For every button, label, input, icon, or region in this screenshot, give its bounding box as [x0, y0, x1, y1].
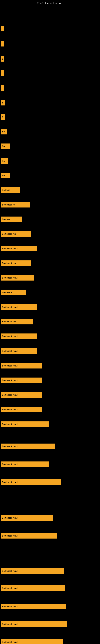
bar-label: Bottleneck result — [2, 350, 18, 352]
bottleneck-bar: Bottleneck result — [1, 515, 53, 521]
bar-item: Bottleneck re — [0, 202, 100, 208]
bottleneck-bar: Bottleneck result — [1, 568, 64, 574]
bar-item: Bottleneck result — [0, 585, 100, 592]
bottleneck-bar: Bottleneck result — [1, 246, 37, 251]
bar-label: Bot — [2, 174, 5, 177]
bottleneck-bar: Bottleneck result — [1, 585, 65, 591]
bar-label: B — [2, 58, 3, 60]
bottleneck-bar: Bottleneck result — [1, 639, 63, 644]
bar-label: Bottleneck result — [2, 481, 18, 484]
bar-label: Bottlenec — [2, 218, 11, 220]
bar-label: Bottleneck resu — [2, 320, 17, 323]
bar-item: Bottleneck result — [0, 462, 100, 468]
bottleneck-bar: Bottleneck result — [1, 480, 61, 485]
bar-item: Bottleneck result — [0, 621, 100, 628]
bar-label: Bottleneck result — [2, 445, 18, 448]
bar-item: B — [0, 56, 100, 62]
bar-item: Bottleneck result — [0, 348, 100, 354]
bar-label: Bottleneck result — [2, 463, 18, 466]
bar-label: Bottleneck result — [2, 606, 18, 608]
bar-item: Bottleneck result — [0, 304, 100, 311]
bar-item: Bottleneck result — [0, 407, 100, 413]
bar-item: Bo — [0, 129, 100, 135]
bar-item: Bottleneck res — [0, 231, 100, 238]
bar-item: Bottleneck resu — [0, 319, 100, 325]
bar-item: Bottleneck result — [0, 334, 100, 340]
bar-item: Bottleneck result — [0, 568, 100, 574]
bottleneck-bar: Bottleneck result — [1, 604, 66, 610]
bar-label: Bottleneck result — [2, 623, 18, 625]
bar-label: Bottleneck result — [2, 335, 18, 338]
bottleneck-bar — [1, 26, 3, 32]
bar-item — [0, 26, 100, 32]
bottleneck-bar: Bottleneck result — [1, 621, 67, 627]
bar-item: Bottleneck result — [0, 533, 100, 539]
bottleneck-bar: Bo — [1, 129, 7, 134]
bar-label: Bottleneck result — [2, 423, 18, 426]
bottleneck-bar: Bottleneck result — [1, 378, 42, 383]
bar-item: Bot — [0, 144, 100, 150]
bar-item — [0, 85, 100, 92]
bar-label: Bottleneck res — [2, 233, 16, 235]
bar-item: Bottleneck res — [0, 260, 100, 267]
bottleneck-bar — [1, 70, 3, 76]
bar-label: Bottlene — [2, 189, 10, 191]
bar-label: Bottleneck re — [2, 204, 15, 206]
bottleneck-bar: Bottleneck result — [1, 462, 49, 467]
bar-item: Bottleneck result — [0, 515, 100, 522]
bar-label: Bo — [2, 160, 4, 162]
bottleneck-bar: Bottleneck result — [1, 304, 37, 310]
bar-item: Bottleneck result — [0, 422, 100, 428]
bar-item: Bottlene — [0, 187, 100, 194]
bar-item: Bottleneck result — [0, 246, 100, 252]
bar-item: Bottleneck r — [0, 290, 100, 296]
bar-item: Bottleneck result — [0, 480, 100, 486]
bar-label: B — [2, 116, 3, 118]
bar-label: Bottleneck result — [2, 306, 18, 308]
bar-item: Bottleneck result — [0, 378, 100, 384]
bar-label: Bottleneck result — [2, 248, 18, 250]
bottleneck-bar: B — [1, 114, 5, 120]
bottleneck-bar: Bottleneck result — [1, 392, 42, 398]
bar-item: Bottleneck resul — [0, 275, 100, 281]
bottleneck-bar: Bo — [1, 158, 8, 164]
bar-item: B — [0, 114, 100, 121]
bottleneck-bar: B — [1, 56, 4, 62]
bar-item: B — [0, 100, 100, 106]
bar-item: Bottleneck result — [0, 363, 100, 369]
bar-item: Bo — [0, 158, 100, 164]
bar-label: Bottleneck resul — [2, 277, 18, 279]
bar-label: B — [2, 102, 3, 104]
bar-label: Bottleneck result — [2, 587, 18, 589]
bar-label: Bottleneck result — [2, 408, 18, 411]
bottleneck-bar: Bottleneck result — [1, 348, 37, 354]
bottleneck-bar: Bottleneck result — [1, 334, 37, 339]
bar-label: Bottleneck result — [2, 365, 18, 367]
bottleneck-bar: Bottlenec — [1, 216, 22, 222]
bar-label: Bottleneck result — [2, 379, 18, 382]
bottleneck-bar: Bottleneck result — [1, 363, 42, 368]
bar-item: Bottleneck result — [0, 604, 100, 610]
bottleneck-bar: Bottleneck resul — [1, 275, 34, 280]
bar-item — [0, 70, 100, 76]
bar-label: Bot — [2, 145, 5, 148]
bottleneck-bar: Bottleneck re — [1, 202, 30, 208]
bottleneck-bar: Bottleneck result — [1, 533, 57, 538]
bottleneck-bar — [1, 85, 3, 91]
bar-item: Bottleneck result — [0, 639, 100, 644]
bottleneck-bar: B — [1, 100, 5, 106]
bar-item: Bottlenec — [0, 216, 100, 223]
bar-item: Bot — [0, 173, 100, 179]
bar-item: Bottleneck result — [0, 444, 100, 450]
bottleneck-bar: Bottleneck result — [1, 407, 42, 412]
bottleneck-bar: Bot — [1, 144, 10, 149]
site-title: TheBottlenecker.com — [0, 0, 100, 6]
bar-label: Bottleneck res — [2, 262, 16, 264]
bar-label: Bottleneck result — [2, 570, 18, 572]
bottleneck-bar: Bottleneck res — [1, 231, 31, 237]
bar-item — [0, 41, 100, 47]
bottleneck-bar: Bottleneck result — [1, 422, 49, 427]
bar-item: Bottleneck result — [0, 392, 100, 398]
bottleneck-bar: Bottlene — [1, 187, 20, 193]
bottleneck-bar: Bottleneck r — [1, 290, 26, 295]
